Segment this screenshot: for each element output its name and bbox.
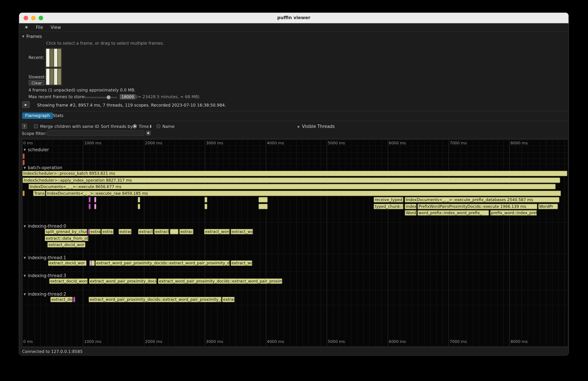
frame-thumbnail[interactable] bbox=[54, 69, 57, 85]
flame-bar[interactable] bbox=[204, 203, 207, 209]
flame-bar[interactable] bbox=[94, 203, 96, 209]
flame-bar[interactable]: extract::data_from_ob bbox=[45, 235, 88, 241]
flame-bar[interactable] bbox=[204, 197, 207, 203]
flame-bar[interactable]: extract_word_pair_proximity_docids::extr… bbox=[88, 297, 222, 302]
thread-header-scheduler[interactable]: ▼scheduler bbox=[24, 147, 49, 152]
help-button[interactable]: ? bbox=[22, 123, 27, 129]
flame-bar[interactable]: split_grenad_by_chun bbox=[45, 229, 87, 234]
frame-thumbnail[interactable] bbox=[50, 69, 54, 85]
max-frames-slider[interactable] bbox=[84, 97, 117, 98]
sort-direction-icon[interactable]: ⬇ bbox=[149, 124, 152, 129]
flame-bar[interactable]: extract_docid_word bbox=[49, 278, 88, 284]
menu-view[interactable]: View bbox=[51, 24, 61, 30]
flame-bar[interactable]: extra bbox=[101, 229, 114, 234]
sort-by-time-radio[interactable] bbox=[133, 124, 137, 128]
axis-tick-label: 4000 ms bbox=[267, 339, 284, 344]
merge-children-checkbox[interactable] bbox=[34, 124, 38, 128]
menu-file[interactable]: File bbox=[36, 24, 43, 30]
flame-bar[interactable]: receive_typed_ bbox=[374, 197, 404, 203]
frame-thumbnail[interactable] bbox=[54, 49, 57, 67]
frame-info: Showing frame #2, 8957.4 ms, 7 threads, … bbox=[37, 103, 226, 107]
desktop: puffin viewer ☀ File View ▼ Frames Click… bbox=[0, 0, 588, 381]
flame-bar[interactable]: extrac bbox=[119, 229, 132, 234]
flame-bar[interactable] bbox=[22, 160, 25, 166]
play-pause-button[interactable]: ▶ bbox=[22, 101, 30, 108]
flame-bar[interactable]: extract_word_pair_proximity_docids bbox=[89, 278, 157, 284]
flame-bar[interactable]: IndexDocuments<_, _>::execute_raw 8459.1… bbox=[46, 190, 561, 196]
flame-bar[interactable] bbox=[73, 297, 75, 302]
frame-thumbnail[interactable] bbox=[58, 69, 61, 85]
axis-tick-label: 1000 ms bbox=[84, 339, 101, 344]
flame-bar[interactable]: extract_doc bbox=[50, 297, 73, 302]
thread-header-indexing-thread:1[interactable]: ▼indexing-thread:1 bbox=[24, 255, 66, 260]
thread-header-indexing-thread:2[interactable]: ▼indexing-thread:2 bbox=[24, 291, 66, 296]
max-frames-slider-knob[interactable] bbox=[106, 95, 111, 100]
merge-children-label[interactable]: Merge children with same ID bbox=[40, 124, 99, 129]
flamegraph-canvas[interactable]: 0 ms0 ms1000 ms1000 ms2000 ms2000 ms3000… bbox=[22, 140, 568, 346]
thread-header-indexing-thread:3[interactable]: ▼indexing-thread:3 bbox=[24, 273, 66, 278]
flame-bar[interactable]: extract_docid_wor bbox=[47, 242, 85, 248]
frame-thumbnail[interactable] bbox=[58, 49, 61, 67]
flame-bar[interactable]: extrac bbox=[222, 297, 235, 302]
flame-bar[interactable]: extract_wo bbox=[231, 229, 253, 234]
flame-bar[interactable] bbox=[88, 197, 91, 203]
thread-header-indexing-thread:0[interactable]: ▼indexing-thread:0 bbox=[24, 224, 66, 229]
flame-bar[interactable]: extract_docid_wor bbox=[48, 260, 86, 266]
flame-bar[interactable]: extract_wo bbox=[231, 260, 252, 266]
max-frames-value[interactable]: 18000 bbox=[120, 94, 136, 99]
clear-frames-button[interactable]: Clear bbox=[28, 80, 45, 85]
max-frames-note: (≈ 23428.5 minutes, ≈ 68 MB) bbox=[136, 94, 200, 99]
flame-bar[interactable]: Trans bbox=[33, 190, 45, 196]
flame-bar[interactable]: Word bbox=[405, 210, 417, 216]
flame-bar[interactable] bbox=[258, 203, 268, 209]
flame-bar[interactable] bbox=[170, 229, 179, 234]
flame-bar[interactable] bbox=[23, 190, 25, 196]
axis-tick-label: 1000 ms bbox=[84, 141, 101, 145]
flame-bar[interactable] bbox=[138, 203, 140, 209]
tab-stats[interactable]: Stats bbox=[50, 112, 66, 119]
thread-name: indexing-thread:0 bbox=[28, 224, 66, 229]
flame-bar[interactable]: IndexScheduler>::apply_index_operation 8… bbox=[23, 177, 560, 183]
sort-by-name-label[interactable]: Name bbox=[162, 124, 175, 129]
flame-bar[interactable]: index bbox=[405, 203, 417, 209]
flame-bar[interactable]: PrefixWordPairsProximityDocids::execute … bbox=[418, 203, 537, 209]
menubar: ☀ File View bbox=[19, 23, 568, 32]
tab-flamegraph[interactable]: Flamegraph bbox=[22, 112, 53, 119]
theme-toggle-icon[interactable]: ☀ bbox=[24, 24, 28, 30]
flame-bar[interactable]: extract_ bbox=[154, 229, 169, 234]
frame-thumbnail[interactable] bbox=[46, 49, 50, 67]
flame-bar[interactable] bbox=[94, 197, 96, 203]
flame-bar[interactable]: extract bbox=[89, 229, 101, 234]
axis-tick-label: 6000 ms bbox=[389, 141, 406, 145]
flame-bar[interactable]: extract_word_pair_proximity_docids::extr… bbox=[95, 260, 230, 266]
flame-bar[interactable] bbox=[88, 203, 91, 209]
collapse-triangle-icon: ▼ bbox=[24, 256, 26, 259]
flame-bar[interactable]: extract_word_pair_proximity_docids::extr… bbox=[158, 278, 282, 284]
visible-threads-toggle[interactable]: ▶ Visible Threads bbox=[298, 124, 335, 129]
flame-bar[interactable]: IndexScheduler>::process_batch 8953.821 … bbox=[22, 171, 567, 176]
separator bbox=[19, 111, 568, 111]
thread-header-batch-operation[interactable]: ▼batch-operation bbox=[24, 165, 63, 170]
frame-thumbnail[interactable] bbox=[46, 69, 50, 85]
flame-bar[interactable]: extract_ bbox=[138, 229, 153, 234]
flame-bar[interactable] bbox=[258, 197, 268, 203]
frames-section-header[interactable]: ▼ Frames bbox=[22, 34, 42, 39]
scope-filter-input[interactable] bbox=[47, 130, 144, 136]
clear-filter-button[interactable]: ✖ bbox=[146, 130, 151, 135]
sort-by-time-label[interactable]: Time bbox=[139, 124, 149, 129]
flame-bar[interactable] bbox=[91, 260, 95, 266]
flame-bar[interactable]: WordPr bbox=[538, 203, 558, 209]
flame-bar[interactable]: extract_word bbox=[204, 229, 230, 234]
flame-bar[interactable]: prefix_word::index_prefix_wo bbox=[490, 210, 537, 216]
frame-thumbnail[interactable] bbox=[50, 49, 54, 67]
flame-bar[interactable] bbox=[138, 197, 140, 203]
sort-by-name-radio[interactable] bbox=[156, 124, 161, 128]
flame-bar[interactable]: IndexDocuments<_, _>::execute 8656.677 m… bbox=[28, 184, 556, 190]
flame-bar[interactable]: extract bbox=[179, 229, 193, 234]
flame-bar[interactable] bbox=[22, 153, 25, 159]
sort-threads-label: Sort threads by: bbox=[101, 124, 134, 129]
flame-bar[interactable]: IndexDocuments<_, _>::execute_prefix_dat… bbox=[405, 197, 560, 203]
recent-label: Recent: bbox=[28, 55, 44, 60]
flame-bar[interactable]: typed_chunk::w bbox=[374, 203, 404, 209]
flame-bar[interactable]: word_prefix::index_word_prefix_ bbox=[418, 210, 489, 216]
